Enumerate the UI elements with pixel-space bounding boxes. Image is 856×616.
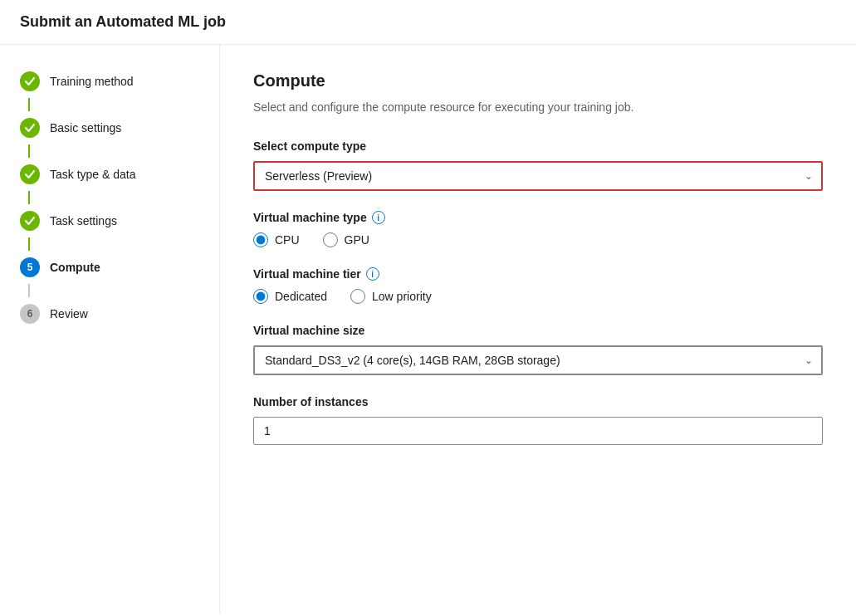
num-instances-label: Number of instances (253, 395, 823, 408)
content-title: Compute (253, 71, 823, 90)
vm-size-section: Virtual machine size Standard_DS3_v2 (4 … (253, 324, 823, 375)
step-label-basic-settings: Basic settings (50, 118, 121, 138)
vm-type-cpu-radio[interactable] (253, 232, 268, 247)
sidebar-item-basic-settings[interactable]: Basic settings (0, 111, 219, 144)
compute-type-wrapper: Serverless (Preview)Compute clusterCompu… (253, 161, 823, 191)
vm-type-info-icon[interactable]: i (372, 211, 385, 224)
vm-size-select[interactable]: Standard_DS3_v2 (4 core(s), 14GB RAM, 28… (253, 345, 823, 375)
step-label-task-type: Task type & data (50, 164, 136, 184)
step-icon-3 (20, 164, 40, 184)
sidebar-item-training-method[interactable]: Training method (0, 65, 219, 98)
step-icon-2 (20, 118, 40, 138)
vm-tier-label: Virtual machine tier i (253, 267, 823, 281)
vm-size-label: Virtual machine size (253, 324, 823, 337)
vm-type-cpu-option[interactable]: CPU (253, 232, 300, 247)
step-icon-1 (20, 71, 40, 91)
main-layout: Training method Basic settings Task type… (0, 45, 856, 614)
vm-tier-info-icon[interactable]: i (366, 267, 379, 281)
content-area: Compute Select and configure the compute… (220, 45, 856, 614)
vm-tier-low-priority-label: Low priority (372, 290, 432, 303)
vm-type-cpu-label: CPU (275, 233, 300, 247)
connector-2 (28, 144, 30, 158)
step-icon-6: 6 (20, 304, 40, 324)
sidebar-item-task-settings[interactable]: Task settings (0, 204, 219, 237)
vm-tier-dedicated-option[interactable]: Dedicated (253, 289, 327, 304)
vm-tier-radio-group: Dedicated Low priority (253, 289, 823, 304)
sidebar-item-review[interactable]: 6 Review (0, 297, 219, 330)
vm-tier-low-priority-radio[interactable] (350, 289, 365, 304)
vm-type-radio-group: CPU GPU (253, 232, 823, 247)
connector-3 (28, 191, 30, 204)
vm-tier-dedicated-radio[interactable] (253, 289, 268, 304)
step-icon-5: 5 (20, 257, 40, 277)
step-label-training-method: Training method (50, 71, 134, 91)
content-description: Select and configure the compute resourc… (253, 99, 823, 116)
compute-type-label: Select compute type (253, 139, 823, 153)
sidebar-item-compute[interactable]: 5 Compute (0, 251, 219, 284)
compute-type-section: Select compute type Serverless (Preview)… (253, 139, 823, 191)
compute-type-select[interactable]: Serverless (Preview)Compute clusterCompu… (253, 161, 823, 191)
vm-tier-section: Virtual machine tier i Dedicated Low pri… (253, 267, 823, 304)
vm-size-wrapper: Standard_DS3_v2 (4 core(s), 14GB RAM, 28… (253, 345, 823, 375)
step-label-review: Review (50, 304, 88, 324)
page-title: Submit an Automated ML job (0, 0, 856, 45)
vm-type-gpu-label: GPU (345, 233, 369, 247)
vm-type-label: Virtual machine type i (253, 211, 823, 224)
step-label-task-settings: Task settings (50, 211, 117, 231)
num-instances-input[interactable] (253, 417, 823, 445)
num-instances-section: Number of instances (253, 395, 823, 445)
connector-1 (28, 98, 30, 111)
vm-type-section: Virtual machine type i CPU GPU (253, 211, 823, 247)
vm-type-gpu-radio[interactable] (323, 232, 338, 247)
connector-4 (28, 237, 30, 251)
sidebar: Training method Basic settings Task type… (0, 45, 220, 614)
step-label-compute: Compute (50, 257, 100, 277)
step-icon-4 (20, 211, 40, 231)
vm-tier-dedicated-label: Dedicated (275, 290, 327, 303)
sidebar-item-task-type[interactable]: Task type & data (0, 158, 219, 191)
vm-tier-low-priority-option[interactable]: Low priority (350, 289, 432, 304)
vm-type-gpu-option[interactable]: GPU (323, 232, 369, 247)
connector-5 (28, 284, 30, 297)
